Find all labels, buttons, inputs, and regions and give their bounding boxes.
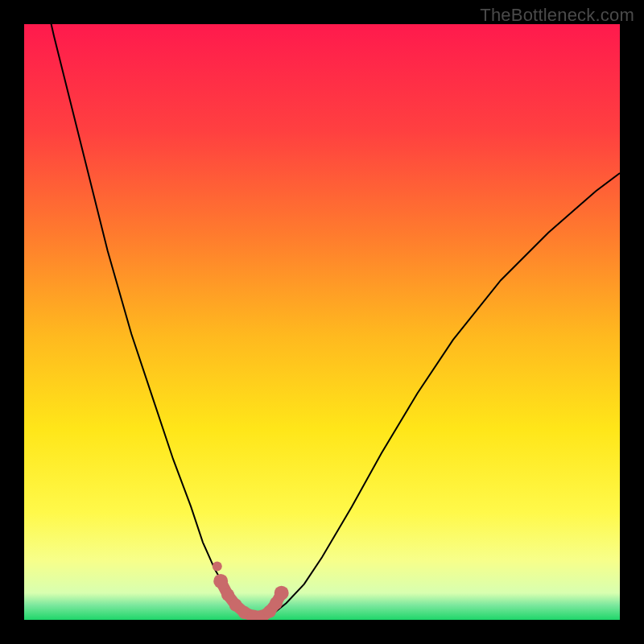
chart-frame: TheBottleneck.com bbox=[0, 0, 644, 644]
watermark-text: TheBottleneck.com bbox=[480, 5, 634, 26]
gradient-background bbox=[24, 24, 620, 620]
highlight-point bbox=[221, 588, 234, 601]
highlight-point bbox=[275, 586, 289, 601]
bottleneck-chart bbox=[24, 24, 620, 620]
plot-area bbox=[24, 24, 620, 620]
highlight-point bbox=[213, 574, 228, 588]
highlight-point-isolated bbox=[213, 561, 222, 571]
